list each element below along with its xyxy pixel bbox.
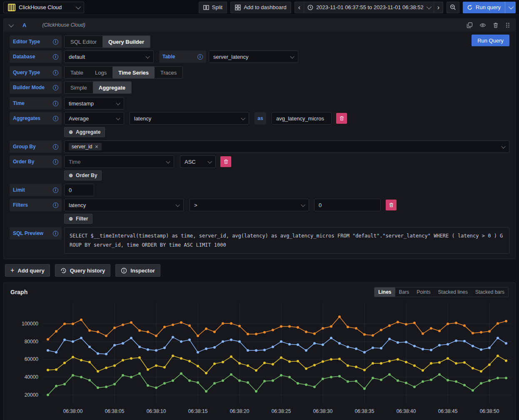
filter-column-select[interactable]: latency bbox=[64, 199, 184, 211]
data-point bbox=[55, 368, 57, 371]
data-point bbox=[397, 358, 399, 361]
data-point bbox=[405, 323, 407, 326]
data-point bbox=[397, 380, 399, 382]
remove-aggregate-button[interactable] bbox=[336, 113, 347, 124]
info-icon[interactable]: i bbox=[53, 54, 58, 60]
data-point bbox=[113, 365, 116, 367]
data-point bbox=[222, 322, 224, 325]
table-select[interactable]: server_latency bbox=[209, 50, 298, 63]
add-filter-button[interactable]: ⊕Filter bbox=[64, 214, 92, 224]
data-point bbox=[63, 362, 66, 364]
remove-filter-button[interactable] bbox=[386, 200, 397, 210]
query-type-time-series[interactable]: Time Series bbox=[112, 67, 155, 78]
order-by-direction-select[interactable]: ASC bbox=[180, 155, 216, 168]
data-point bbox=[430, 379, 432, 381]
info-icon[interactable]: i bbox=[53, 70, 58, 75]
data-point bbox=[205, 372, 207, 375]
data-point bbox=[363, 369, 366, 371]
aggregate-alias-input[interactable]: avg_latency_micros bbox=[272, 112, 332, 125]
sql-preview-code: SELECT $__timeInterval(timestamp) as tim… bbox=[64, 227, 509, 254]
limit-label: Limiti bbox=[10, 184, 62, 196]
time-shift-back-button[interactable]: ‹ bbox=[295, 2, 304, 13]
order-by-column-select[interactable]: Time bbox=[64, 155, 174, 168]
graph-mode-stacked-bars[interactable]: Stacked bars bbox=[472, 288, 508, 297]
data-point bbox=[422, 380, 424, 383]
data-point bbox=[480, 331, 482, 334]
add-aggregate-button[interactable]: ⊕Aggregate bbox=[64, 127, 105, 137]
query-type-logs[interactable]: Logs bbox=[89, 67, 112, 78]
query-type-traces[interactable]: Traces bbox=[155, 67, 182, 78]
run-query-panel-button[interactable]: Run Query bbox=[472, 35, 509, 46]
data-point bbox=[80, 359, 82, 362]
limit-input[interactable]: 0 bbox=[64, 184, 94, 196]
duplicate-query-icon[interactable] bbox=[467, 22, 473, 28]
add-query-button[interactable]: +Add query bbox=[5, 264, 50, 277]
data-point bbox=[413, 345, 416, 348]
data-point bbox=[180, 321, 182, 324]
info-icon[interactable]: i bbox=[53, 101, 58, 106]
remove-order-by-button[interactable] bbox=[220, 156, 231, 167]
info-icon[interactable]: i bbox=[53, 116, 58, 121]
builder-mode-simple[interactable]: Simple bbox=[65, 82, 93, 93]
editor-type-query-builder[interactable]: Query Builder bbox=[102, 36, 150, 48]
info-icon[interactable]: i bbox=[53, 39, 58, 45]
add-filter-label: Filter bbox=[76, 216, 88, 222]
latency-chart[interactable]: 2000040000600008000010000006:38:0006:38:… bbox=[7, 299, 519, 420]
info-icon[interactable]: i bbox=[53, 231, 58, 236]
data-point bbox=[488, 380, 491, 382]
time-shift-forward-button[interactable]: › bbox=[434, 2, 443, 13]
database-select[interactable]: default bbox=[64, 50, 154, 63]
trash-icon bbox=[224, 159, 228, 164]
inspector-button[interactable]: Inspector bbox=[115, 264, 160, 277]
run-query-button[interactable]: Run query bbox=[463, 4, 505, 10]
info-icon[interactable]: i bbox=[53, 159, 58, 165]
query-history-label: Query history bbox=[70, 268, 105, 274]
split-button[interactable]: Split bbox=[199, 2, 227, 13]
editor-type-label: Editor Typei bbox=[10, 35, 62, 48]
drag-handle-icon[interactable] bbox=[505, 22, 510, 28]
add-to-dashboard-button[interactable]: Add to dashboard bbox=[230, 2, 291, 13]
data-point bbox=[97, 331, 99, 333]
datasource-picker[interactable]: ClickHouse Cloud bbox=[3, 2, 84, 13]
graph-mode-points[interactable]: Points bbox=[413, 288, 434, 297]
info-circle-icon bbox=[121, 268, 127, 274]
graph-panel: Graph Lines Bars Points Stacked lines St… bbox=[3, 282, 516, 420]
graph-mode-bars[interactable]: Bars bbox=[395, 288, 413, 297]
data-point bbox=[488, 330, 491, 333]
time-column-select[interactable]: timestamp bbox=[64, 97, 124, 110]
filter-value-input[interactable]: 0 bbox=[314, 199, 381, 211]
query-history-button[interactable]: Query history bbox=[55, 264, 111, 277]
plus-icon: + bbox=[10, 267, 14, 274]
info-icon[interactable]: i bbox=[197, 54, 203, 60]
remove-tag-icon[interactable]: ✕ bbox=[95, 144, 98, 150]
run-query-dropdown[interactable] bbox=[505, 4, 516, 10]
query-header-row[interactable]: A (ClickHouse Cloud) bbox=[4, 19, 515, 31]
add-order-by-button[interactable]: ⊕Order By bbox=[64, 170, 102, 180]
builder-mode-aggregate[interactable]: Aggregate bbox=[93, 82, 131, 93]
info-icon[interactable]: i bbox=[53, 188, 58, 193]
filter-operator-select[interactable]: > bbox=[190, 199, 309, 211]
delete-query-trash-icon[interactable] bbox=[493, 22, 499, 28]
refresh-icon bbox=[467, 5, 473, 10]
aggregate-function-select[interactable]: Average bbox=[64, 112, 124, 125]
graph-mode-stacked-lines[interactable]: Stacked lines bbox=[434, 288, 472, 297]
query-type-table[interactable]: Table bbox=[65, 67, 89, 78]
time-range-picker[interactable]: 2023-11-01 06:37:55 to 2023-11-01 06:38:… bbox=[304, 2, 434, 13]
group-by-select[interactable]: server_id✕ bbox=[64, 140, 509, 153]
data-point bbox=[313, 386, 316, 388]
aggregate-column-select[interactable]: latency bbox=[130, 112, 249, 125]
editor-type-sql-editor[interactable]: SQL Editor bbox=[65, 36, 102, 48]
zoom-out-time-button[interactable] bbox=[447, 2, 459, 13]
hide-query-eye-icon[interactable] bbox=[479, 22, 486, 28]
info-icon[interactable]: i bbox=[53, 85, 58, 90]
info-icon[interactable]: i bbox=[53, 202, 58, 208]
series-d bbox=[47, 316, 507, 341]
info-icon[interactable]: i bbox=[53, 144, 58, 150]
graph-mode-lines[interactable]: Lines bbox=[374, 288, 395, 297]
data-point bbox=[347, 380, 349, 383]
data-point bbox=[488, 364, 491, 366]
data-point bbox=[80, 376, 82, 378]
database-label: Databasei bbox=[10, 50, 62, 63]
time-column-value: timestamp bbox=[69, 100, 94, 107]
collapse-chevron-icon[interactable] bbox=[9, 22, 14, 27]
